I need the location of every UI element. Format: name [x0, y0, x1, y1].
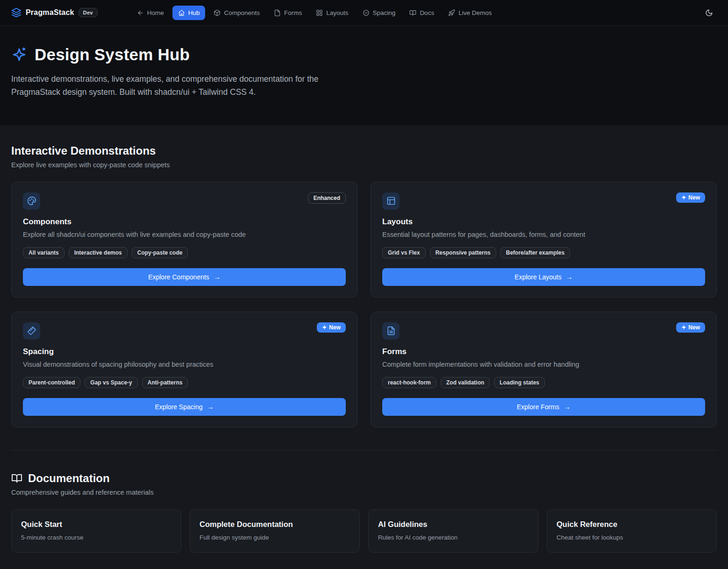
- tag: Responsive patterns: [430, 247, 496, 258]
- tag: All variants: [23, 247, 64, 258]
- tag: Gap vs Space-y: [85, 377, 137, 388]
- navbar: PragmaStack Dev Home Hub Components Fo: [0, 0, 728, 26]
- nav-label: Components: [224, 9, 260, 16]
- docs-card-grid: Quick Start 5-minute crash course Comple…: [11, 509, 717, 553]
- doc-card-title: AI Guidelines: [378, 520, 528, 529]
- main-content: Interactive Demonstrations Explore live …: [0, 126, 728, 566]
- arrow-right-icon: →: [564, 403, 571, 411]
- tag: Loading states: [494, 377, 545, 388]
- palette-icon: [23, 192, 40, 210]
- tag: Anti-patterns: [142, 377, 188, 388]
- nav-item-home[interactable]: Home: [131, 6, 170, 20]
- new-badge: ✦ New: [317, 322, 346, 333]
- nav-item-layouts[interactable]: Layouts: [310, 6, 354, 20]
- ruler-icon: [23, 322, 40, 340]
- page-subtitle: Interactive demonstrations, live example…: [11, 72, 359, 99]
- tag: Before/after examples: [500, 247, 570, 258]
- page-title: Design System Hub: [35, 45, 190, 64]
- arrow-right-icon: →: [566, 273, 573, 281]
- doc-card-title: Quick Start: [21, 520, 171, 529]
- tag: Zod validation: [441, 377, 490, 388]
- tag-row: All variants Interactive demos Copy-past…: [23, 247, 346, 258]
- house-icon: [178, 9, 185, 16]
- doc-card-ai-guidelines[interactable]: AI Guidelines Rules for AI code generati…: [368, 509, 538, 553]
- nav-label: Forms: [284, 9, 302, 16]
- layout-grid-icon: [316, 9, 323, 16]
- tag: Parent-controlled: [23, 377, 80, 388]
- nav-item-spacing[interactable]: Spacing: [357, 6, 401, 20]
- nav-item-forms[interactable]: Forms: [268, 6, 307, 20]
- demos-section-title: Interactive Demonstrations: [11, 144, 717, 157]
- card-description: Essential layout patterns for pages, das…: [382, 231, 705, 238]
- card-title: Spacing: [23, 347, 346, 356]
- demo-card-grid: Enhanced Components Explore all shadcn/u…: [11, 182, 717, 427]
- badge-label: New: [688, 194, 700, 201]
- box-icon: [214, 9, 221, 16]
- file-text-icon: [382, 322, 400, 340]
- nav-label: Layouts: [326, 9, 348, 16]
- arrow-right-icon: →: [207, 403, 214, 411]
- layers-logo-icon: [11, 7, 21, 18]
- explore-forms-button[interactable]: Explore Forms →: [382, 398, 705, 416]
- tag: Grid vs Flex: [382, 247, 426, 258]
- demo-card-spacing: ✦ New Spacing Visual demonstrations of s…: [11, 312, 357, 427]
- book-open-icon: [409, 9, 416, 16]
- doc-card-title: Quick Reference: [557, 520, 707, 529]
- arrow-right-icon: →: [214, 273, 221, 281]
- card-description: Complete form implementations with valid…: [382, 361, 705, 368]
- tag-row: Grid vs Flex Responsive patterns Before/…: [382, 247, 705, 258]
- tag-row: react-hook-form Zod validation Loading s…: [382, 377, 705, 388]
- moon-icon: [705, 9, 713, 17]
- nav-label: Docs: [420, 9, 434, 16]
- panels-icon: [382, 192, 400, 210]
- book-open-icon: [11, 473, 22, 484]
- new-badge: ✦ New: [676, 192, 705, 203]
- doc-card-quick-start[interactable]: Quick Start 5-minute crash course: [11, 509, 181, 553]
- tag-row: Parent-controlled Gap vs Space-y Anti-pa…: [23, 377, 346, 388]
- brand[interactable]: PragmaStack Dev: [11, 7, 98, 18]
- doc-card-description: 5-minute crash course: [21, 534, 171, 541]
- enhanced-badge: Enhanced: [308, 192, 346, 204]
- section-divider: [11, 450, 717, 450]
- button-label: Explore Layouts: [514, 273, 561, 281]
- nav-label: Spacing: [373, 9, 396, 16]
- demo-card-layouts: ✦ New Layouts Essential layout patterns …: [371, 182, 717, 298]
- docs-section-subtitle: Comprehensive guides and reference mater…: [11, 489, 717, 496]
- card-title: Components: [23, 217, 346, 227]
- rocket-icon: [448, 9, 455, 16]
- card-title: Forms: [382, 347, 705, 356]
- explore-spacing-button[interactable]: Explore Spacing →: [23, 398, 346, 416]
- tag: Interactive demos: [69, 247, 128, 258]
- nav-item-hub[interactable]: Hub: [172, 6, 206, 20]
- tag: Copy-paste code: [132, 247, 188, 258]
- sparkle-icon: ✦: [322, 324, 327, 331]
- arrow-left-icon: [137, 9, 144, 16]
- explore-components-button[interactable]: Explore Components →: [23, 268, 346, 286]
- new-badge: ✦ New: [676, 322, 705, 333]
- nav-item-components[interactable]: Components: [208, 6, 265, 20]
- explore-layouts-button[interactable]: Explore Layouts →: [382, 268, 705, 286]
- card-description: Visual demonstrations of spacing philoso…: [23, 361, 346, 368]
- doc-card-description: Rules for AI code generation: [378, 534, 528, 541]
- main-nav: Home Hub Components Forms Layouts: [131, 6, 498, 20]
- demos-section-subtitle: Explore live examples with copy-paste co…: [11, 161, 717, 169]
- doc-card-description: Full design system guide: [200, 534, 350, 541]
- nav-label: Live Demos: [458, 9, 492, 16]
- nav-item-live-demos[interactable]: Live Demos: [443, 6, 497, 20]
- nav-item-docs[interactable]: Docs: [404, 6, 440, 20]
- doc-card-quick-reference[interactable]: Quick Reference Cheat sheet for lookups: [547, 509, 717, 553]
- dev-badge: Dev: [79, 8, 98, 17]
- theme-toggle-button[interactable]: [701, 5, 717, 21]
- nav-label: Hub: [188, 9, 200, 16]
- doc-card-complete-documentation[interactable]: Complete Documentation Full design syste…: [190, 509, 360, 553]
- file-icon: [274, 9, 281, 16]
- tag: react-hook-form: [382, 377, 436, 388]
- sparkles-icon: [11, 47, 27, 63]
- brand-name: PragmaStack: [26, 8, 74, 17]
- demo-card-forms: ✦ New Forms Complete form implementation…: [371, 312, 717, 427]
- doc-card-title: Complete Documentation: [200, 520, 350, 529]
- docs-section-title: Documentation: [28, 472, 110, 485]
- badge-label: New: [329, 324, 341, 331]
- badge-label: New: [688, 324, 700, 331]
- demo-card-components: Enhanced Components Explore all shadcn/u…: [11, 182, 357, 298]
